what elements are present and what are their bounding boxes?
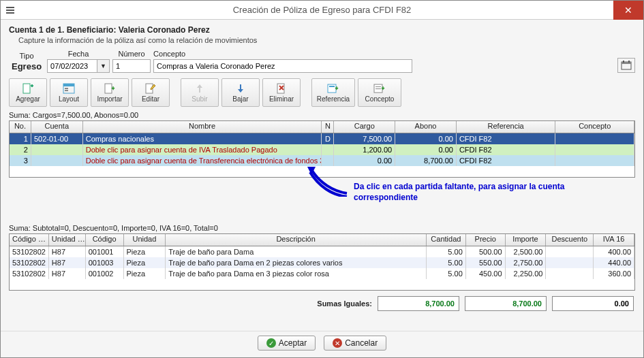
detalle-row[interactable]: 53102802 H87 001001 Pieza Traje de baño … bbox=[10, 246, 634, 257]
col-importe[interactable]: Importe bbox=[506, 234, 547, 246]
cancelar-button[interactable]: ✕ Cancelar bbox=[324, 336, 386, 351]
fecha-dropdown-button[interactable]: ▼ bbox=[97, 59, 110, 73]
svg-rect-9 bbox=[63, 84, 74, 86]
col-n[interactable]: N bbox=[322, 121, 334, 133]
dialog-buttons: ✓ Aceptar ✕ Cancelar bbox=[1, 331, 643, 357]
col-descripcion[interactable]: Descripción bbox=[166, 234, 427, 246]
concepto-input[interactable] bbox=[153, 59, 412, 73]
col-concepto[interactable]: Concepto bbox=[555, 121, 634, 133]
editar-button[interactable]: Editar bbox=[132, 78, 170, 107]
col-cantidad[interactable]: Cantidad bbox=[427, 234, 466, 246]
layout-icon bbox=[63, 83, 75, 94]
arrow-down-icon bbox=[235, 83, 246, 94]
numero-input[interactable] bbox=[112, 59, 151, 73]
cell-uni: Pieza bbox=[124, 246, 166, 257]
cell-cod: 001002 bbox=[86, 268, 124, 279]
cell-ref: CFDI F82 bbox=[457, 144, 556, 155]
col-referencia[interactable]: Referencia bbox=[457, 121, 556, 133]
close-button[interactable]: ✕ bbox=[613, 1, 643, 20]
importar-button[interactable]: Importar bbox=[91, 78, 129, 107]
detalle-body: 53102802 H87 001001 Pieza Traje de baño … bbox=[10, 246, 634, 290]
col-cuenta[interactable]: Cuenta bbox=[31, 121, 83, 133]
svg-rect-6 bbox=[628, 61, 630, 63]
referencia-button[interactable]: Referencia bbox=[311, 78, 355, 107]
annotation-line2: correspondiente bbox=[354, 193, 418, 202]
chevron-down-icon: ▼ bbox=[100, 63, 106, 69]
edit-icon bbox=[144, 83, 157, 94]
movimientos-header[interactable]: No. Cuenta Nombre N Cargo Abono Referenc… bbox=[10, 121, 634, 133]
cell-no: 3 bbox=[10, 155, 31, 166]
cell-prec: 450.00 bbox=[466, 268, 506, 279]
subir-label: Subir bbox=[191, 95, 207, 103]
col-nombre[interactable]: Nombre bbox=[83, 121, 322, 133]
cell-abono: 8,700.00 bbox=[395, 155, 457, 166]
cell-uni: Pieza bbox=[124, 257, 166, 268]
layout-button[interactable]: Layout bbox=[50, 78, 88, 107]
cell-unh: H87 bbox=[49, 257, 86, 268]
movimiento-row[interactable]: 2 Doble clic para asignar cuenta de IVA … bbox=[10, 144, 634, 155]
cell-nombre: Compras nacionales bbox=[83, 133, 322, 144]
aceptar-label: Aceptar bbox=[279, 338, 307, 348]
numero-field: Número bbox=[112, 50, 151, 73]
cell-cant: 5.00 bbox=[427, 268, 466, 279]
importar-label: Importar bbox=[97, 95, 122, 103]
cell-cant: 5.00 bbox=[427, 257, 466, 268]
cell-cs: 53102802 bbox=[10, 246, 49, 257]
bajar-button[interactable]: Bajar bbox=[221, 78, 260, 107]
eliminar-button[interactable]: Eliminar bbox=[262, 78, 301, 107]
concepto-icon bbox=[373, 83, 386, 94]
col-codigo-sat[interactable]: Código … bbox=[10, 234, 49, 246]
svg-rect-1 bbox=[6, 10, 14, 11]
aceptar-button[interactable]: ✓ Aceptar bbox=[258, 336, 316, 351]
agregar-label: Agregar bbox=[16, 95, 40, 103]
concepto-button[interactable]: Concepto bbox=[358, 78, 401, 107]
movimiento-row[interactable]: 1 502-01-00 Compras nacionales D 7,500.0… bbox=[10, 133, 634, 144]
fecha-input[interactable] bbox=[47, 59, 97, 73]
close-icon: ✕ bbox=[624, 5, 632, 16]
cell-uni: Pieza bbox=[124, 268, 166, 279]
svg-rect-11 bbox=[65, 90, 68, 91]
col-descuento[interactable]: Descuento bbox=[546, 234, 594, 246]
total-abono: 8,700.00 bbox=[465, 296, 547, 311]
cell-desc: Traje de baño para Dama bbox=[166, 246, 427, 257]
svg-rect-15 bbox=[328, 84, 336, 93]
detalle-grid[interactable]: Código … Unidad … Código Unidad Descripc… bbox=[9, 233, 635, 291]
cell-abono: 0.00 bbox=[395, 133, 457, 144]
concepto-label: Concepto bbox=[153, 50, 185, 58]
svg-rect-5 bbox=[623, 61, 624, 63]
svg-rect-16 bbox=[329, 86, 335, 87]
tipo-label: Tipo bbox=[20, 52, 34, 60]
cell-cuenta bbox=[31, 144, 83, 155]
svg-rect-13 bbox=[146, 84, 153, 93]
cell-abono: 0.00 bbox=[395, 144, 457, 155]
cell-imp: 2,250.00 bbox=[506, 268, 547, 279]
calendar-button[interactable] bbox=[617, 58, 635, 73]
agregar-button[interactable]: Agregar bbox=[9, 78, 47, 107]
cell-cargo: 7,500.00 bbox=[334, 133, 395, 144]
col-cargo[interactable]: Cargo bbox=[334, 121, 395, 133]
subir-button[interactable]: Subir bbox=[181, 78, 219, 107]
cell-iva: 360.00 bbox=[594, 268, 634, 279]
col-precio[interactable]: Precio bbox=[466, 234, 506, 246]
titlebar: Creación de Póliza de Egreso para CFDI F… bbox=[1, 1, 643, 20]
col-iva16[interactable]: IVA 16 bbox=[594, 234, 634, 246]
cell-cant: 5.00 bbox=[427, 246, 466, 257]
cell-no: 2 bbox=[10, 144, 31, 155]
detalle-row[interactable]: 53102802 H87 001002 Pieza Traje de baño … bbox=[10, 268, 634, 279]
delete-icon bbox=[276, 83, 287, 94]
col-no[interactable]: No. bbox=[10, 121, 31, 133]
beneficiario-label: Cuenta 1 de 1. Beneficiario: Valeria Cor… bbox=[9, 25, 638, 35]
detalle-header[interactable]: Código … Unidad … Código Unidad Descripc… bbox=[10, 234, 634, 246]
sumas-iguales: Sumas Iguales: 8,700.00 8,700.00 0.00 bbox=[10, 296, 634, 311]
concepto-label: Concepto bbox=[365, 95, 395, 103]
col-unidad-sat[interactable]: Unidad … bbox=[49, 234, 86, 246]
svg-rect-8 bbox=[63, 84, 74, 93]
col-unidad[interactable]: Unidad bbox=[124, 234, 166, 246]
detalle-row[interactable]: 53102802 H87 001003 Pieza Traje de baño … bbox=[10, 257, 634, 268]
annotation-line1: Da clic en cada partida faltante, para a… bbox=[354, 182, 564, 191]
capture-hint: Capture la información de la póliza así … bbox=[18, 36, 638, 44]
col-abono[interactable]: Abono bbox=[395, 121, 457, 133]
col-codigo[interactable]: Código bbox=[86, 234, 124, 246]
calendar-icon bbox=[621, 60, 632, 71]
cell-cargo: 1,200.00 bbox=[334, 144, 395, 155]
